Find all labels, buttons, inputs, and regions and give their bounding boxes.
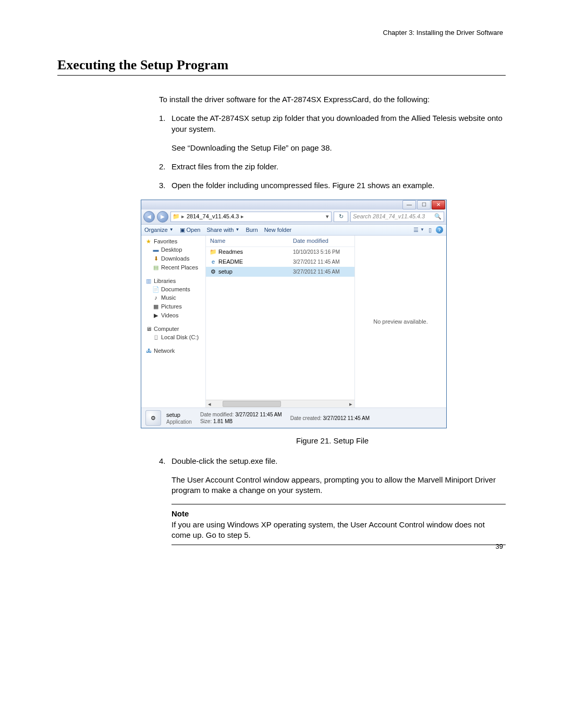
step-2: 2. Extract files from the zip folder. <box>159 162 506 172</box>
file-row[interactable]: 📁Readmes 10/10/2013 5:16 PM <box>206 247 354 257</box>
note-body: If you are using Windows XP operating sy… <box>172 520 506 541</box>
computer-icon: 🖥 <box>145 325 152 333</box>
file-row-selected[interactable]: ⚙setup 3/27/2012 11:45 AM <box>206 267 354 277</box>
nav-downloads[interactable]: ⬇Downloads <box>145 254 205 263</box>
nav-favorites[interactable]: ★Favorites <box>145 238 205 245</box>
status-size-value: 1.81 MB <box>213 418 232 424</box>
preview-text: No preview available. <box>373 318 428 326</box>
nav-pictures[interactable]: ▦Pictures <box>145 302 205 311</box>
search-input[interactable]: Search 2814_74_v11.45.4.3 🔍 <box>350 212 444 222</box>
nav-recent[interactable]: ▤Recent Places <box>145 263 205 272</box>
exe-icon: ⚙ <box>210 268 216 276</box>
intro-paragraph: To install the driver software for the A… <box>159 94 506 105</box>
step-1-sub: See “Downloading the Setup File” on page… <box>172 143 506 153</box>
html-icon: e <box>210 258 216 266</box>
newfolder-button[interactable]: New folder <box>264 226 292 234</box>
nav-libraries[interactable]: ▥Libraries <box>145 277 205 285</box>
maximize-button[interactable]: ☐ <box>417 200 431 209</box>
toolbar: Organize ▼ ▣ Open Share with ▼ Burn New … <box>141 225 446 236</box>
chevron-down-icon: ▼ <box>420 227 424 233</box>
figure-caption: Figure 21. Setup File <box>159 436 506 446</box>
nav-music[interactable]: ♪Music <box>145 293 205 302</box>
nav-network[interactable]: 🖧Network <box>145 347 205 355</box>
folder-icon: 📁 <box>173 213 179 220</box>
address-bar: ◀ ▶ 📁 ▸ 2814_74_v11.45.4.3 ▸ ▾ ↻ Search … <box>141 209 446 225</box>
step-4: 4. Double-click the setup.exe file. <box>159 456 506 466</box>
step-number: 4. <box>159 456 172 466</box>
preview-pane-button[interactable]: ▯ <box>429 226 432 234</box>
breadcrumb-separator: ▸ <box>181 213 185 220</box>
col-date[interactable]: Date modified <box>293 237 350 245</box>
status-type: Application <box>166 418 192 425</box>
status-size-label: Size: <box>200 418 212 424</box>
file-list: Name Date modified 📁Readmes 10/10/2013 5… <box>206 236 355 408</box>
chevron-down-icon: ▼ <box>235 227 239 233</box>
refresh-button[interactable]: ↻ <box>334 212 348 222</box>
open-button[interactable]: ▣ Open <box>180 226 201 234</box>
file-date: 3/27/2012 11:45 AM <box>293 258 350 266</box>
navigation-pane: ★Favorites ▬Desktop ⬇Downloads ▤Recent P… <box>141 236 206 408</box>
file-date: 10/10/2013 5:16 PM <box>293 249 350 256</box>
status-created-label: Date created: <box>290 415 322 421</box>
nav-desktop[interactable]: ▬Desktop <box>145 245 205 254</box>
share-button[interactable]: Share with ▼ <box>206 226 239 234</box>
step-text: Extract files from the zip folder. <box>172 162 506 172</box>
step-1: 1. Locate the AT-2874SX setup zip folder… <box>159 113 506 134</box>
column-headers: Name Date modified <box>206 236 354 247</box>
libraries-icon: ▥ <box>145 277 152 285</box>
file-name: setup <box>218 268 232 276</box>
file-pane: Name Date modified 📁Readmes 10/10/2013 5… <box>206 236 446 408</box>
step-number: 2. <box>159 162 172 172</box>
downloads-icon: ⬇ <box>153 255 159 263</box>
app-icon: ▣ <box>180 226 185 234</box>
status-bar: ⚙ setup Application Date modified: 3/27/… <box>141 408 446 428</box>
step-number: 1. <box>159 113 172 134</box>
chapter-label: Chapter 3: Installing the Driver Softwar… <box>383 29 504 36</box>
dropdown-icon[interactable]: ▾ <box>326 213 329 220</box>
burn-button[interactable]: Burn <box>246 226 258 234</box>
explorer-body: ★Favorites ▬Desktop ⬇Downloads ▤Recent P… <box>141 236 446 408</box>
scroll-left-icon[interactable]: ◂ <box>206 401 213 407</box>
disk-icon: ⌷ <box>153 334 159 341</box>
scroll-right-icon[interactable]: ▸ <box>347 401 354 407</box>
file-name: Readmes <box>218 248 243 256</box>
recent-icon: ▤ <box>153 264 159 272</box>
desktop-icon: ▬ <box>153 246 159 254</box>
address-box[interactable]: 📁 ▸ 2814_74_v11.45.4.3 ▸ ▾ <box>170 212 332 222</box>
page-heading: Executing the Setup Program <box>57 57 506 76</box>
documents-icon: 📄 <box>153 286 159 293</box>
step-4-sub: The User Account Control window appears,… <box>172 475 506 496</box>
horizontal-scrollbar[interactable]: ◂ ▸ <box>206 400 354 408</box>
preview-pane: No preview available. <box>355 236 446 408</box>
network-icon: 🖧 <box>145 347 152 355</box>
breadcrumb-separator: ▸ <box>241 213 244 220</box>
forward-button[interactable]: ▶ <box>157 211 168 223</box>
music-icon: ♪ <box>153 294 159 302</box>
close-button[interactable]: ✕ <box>432 200 445 209</box>
note-block: Note If you are using Windows XP operati… <box>172 504 506 545</box>
title-bar: — ☐ ✕ <box>141 200 446 209</box>
step-text: Locate the AT-2874SX setup zip folder th… <box>172 113 506 134</box>
file-row[interactable]: eREADME 3/27/2012 11:45 AM <box>206 257 354 267</box>
nav-videos[interactable]: ▶Videos <box>145 311 205 320</box>
note-title: Note <box>172 509 506 519</box>
step-text: Double-click the setup.exe file. <box>172 456 506 466</box>
view-button[interactable]: ☰ ▼ <box>413 226 424 234</box>
status-name: setup <box>166 411 192 418</box>
minimize-button[interactable]: — <box>402 200 416 209</box>
col-name[interactable]: Name <box>210 237 293 245</box>
status-icon: ⚙ <box>145 410 161 426</box>
back-button[interactable]: ◀ <box>143 211 155 223</box>
step-3: 3. Open the folder including uncompresse… <box>159 180 506 191</box>
nav-documents[interactable]: 📄Documents <box>145 285 205 294</box>
chevron-down-icon: ▼ <box>169 227 174 233</box>
nav-computer[interactable]: 🖥Computer <box>145 325 205 333</box>
search-icon: 🔍 <box>434 213 442 220</box>
videos-icon: ▶ <box>153 312 159 319</box>
nav-localdisk[interactable]: ⌷Local Disk (C:) <box>145 333 205 342</box>
help-button[interactable]: ? <box>436 226 443 233</box>
scroll-thumb[interactable] <box>223 401 281 407</box>
status-mod-label: Date modified: <box>200 412 234 417</box>
organize-button[interactable]: Organize ▼ <box>144 226 174 234</box>
step-text: Open the folder including uncompressed f… <box>172 180 506 191</box>
